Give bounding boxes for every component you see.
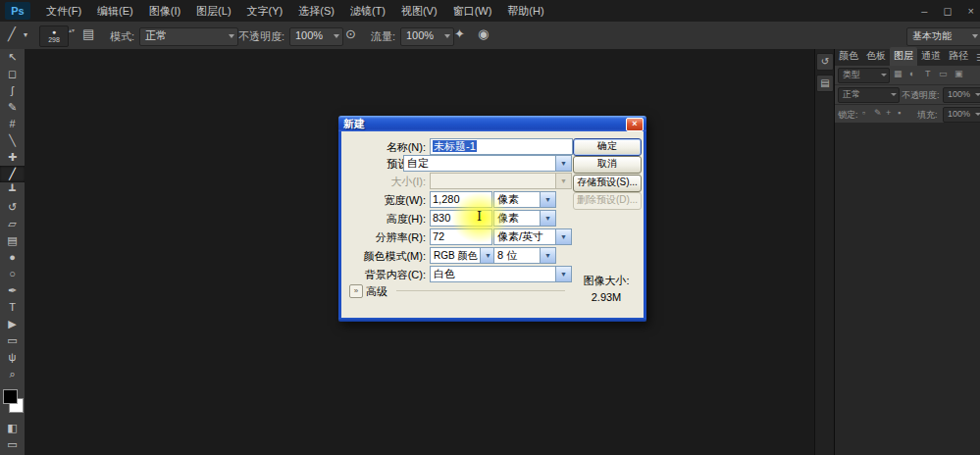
history-brush-icon: ↺ xyxy=(8,199,17,216)
lock-fill-row: 锁定: ▫ ✎ + ▪ 填充: 100% xyxy=(835,105,980,125)
layer-filter-select[interactable]: 类型 xyxy=(838,68,890,83)
ok-button[interactable]: 确定 xyxy=(573,138,642,156)
layers-blend-mode-select[interactable]: 正常 xyxy=(838,87,900,103)
chevron-down-icon[interactable]: ▾ xyxy=(24,30,27,39)
marquee-icon: ◻ xyxy=(8,66,17,82)
brush-panel-toggle-icon[interactable]: ▤ xyxy=(82,26,94,41)
properties-panel-button[interactable]: ▤ xyxy=(816,75,834,92)
cancel-button[interactable]: 取消 xyxy=(573,156,642,174)
color-mode-select[interactable]: RGB 颜色 ▼ xyxy=(430,247,496,264)
layers-list[interactable] xyxy=(835,123,980,455)
resolution-unit-select[interactable]: 像素/英寸 ▼ xyxy=(493,228,572,245)
height-unit-select[interactable]: 像素 ▼ xyxy=(493,210,556,227)
tool-crop[interactable]: # xyxy=(0,116,25,132)
tool-brush[interactable]: ╱ xyxy=(0,166,26,182)
brush-size-spinner[interactable]: ▴▾ xyxy=(69,26,75,35)
bit-depth-select[interactable]: 8 位 ▼ xyxy=(493,247,556,264)
history-panel-button[interactable]: ↺ xyxy=(816,53,834,71)
tool-zoom[interactable]: ⌕ xyxy=(0,366,25,382)
restore-button[interactable]: ◻ xyxy=(943,0,952,22)
tool-path-selection[interactable]: ▶ xyxy=(0,316,25,332)
filter-adjustment-layers-icon[interactable]: ◐ xyxy=(909,69,914,78)
opacity-select[interactable]: 100% xyxy=(289,27,343,46)
lock-all-icon[interactable]: ▪ xyxy=(898,108,901,118)
tool-hand[interactable]: ψ xyxy=(0,349,25,366)
menu-item-filter[interactable]: 滤镜(T) xyxy=(342,0,393,22)
brush-tool-icon[interactable]: ╱ xyxy=(8,26,16,41)
tool-clone-stamp[interactable]: ┻ xyxy=(0,182,25,199)
tool-lasso[interactable]: ʃ xyxy=(0,82,25,99)
menu-item-type[interactable]: 文字(Y) xyxy=(239,0,291,22)
minimize-button[interactable]: – xyxy=(921,0,927,22)
lock-pixels-icon[interactable]: ✎ xyxy=(874,108,882,118)
brush-preset-picker[interactable]: ● 298 xyxy=(39,25,69,47)
tool-shape[interactable]: ▭ xyxy=(0,332,25,349)
height-input[interactable]: 830 xyxy=(430,210,492,227)
width-unit-select[interactable]: 像素 ▼ xyxy=(493,191,556,208)
layers-opacity-select[interactable]: 100% xyxy=(943,87,980,103)
tool-eraser[interactable]: ▱ xyxy=(0,216,25,232)
tool-type[interactable]: T xyxy=(0,299,25,316)
filter-type-layers-icon[interactable]: T xyxy=(925,69,931,78)
tablet-pressure-opacity-icon[interactable]: ⊙ xyxy=(345,26,356,41)
menu-item-edit[interactable]: 编辑(E) xyxy=(89,0,141,22)
tool-gradient[interactable]: ▤ xyxy=(0,232,25,249)
tab-paths[interactable]: 路径 xyxy=(945,47,972,66)
background-contents-select[interactable]: 白色 ▼ xyxy=(430,266,572,282)
airbrush-icon[interactable]: ✦ xyxy=(454,26,465,41)
tab-swatches[interactable]: 色板 xyxy=(862,47,890,66)
workspace-switcher[interactable]: 基本功能 xyxy=(906,27,980,46)
screen-mode-button[interactable]: ▭ xyxy=(0,436,25,453)
menu-item-select[interactable]: 选择(S) xyxy=(290,0,342,22)
tool-quick-selection[interactable]: ✎ xyxy=(0,99,25,116)
tool-move[interactable]: ↖ xyxy=(0,49,25,66)
menu-item-window[interactable]: 窗口(W) xyxy=(445,0,500,22)
name-input[interactable]: 未标题-1 xyxy=(430,138,573,155)
quick-mask-button[interactable]: ◧ xyxy=(0,420,25,436)
save-preset-button[interactable]: 存储预设(S)... xyxy=(573,175,642,192)
lock-position-icon[interactable]: + xyxy=(886,108,891,118)
tool-blur[interactable]: ● xyxy=(0,249,25,266)
close-button[interactable]: × xyxy=(968,0,974,22)
width-input[interactable]: 1,280 xyxy=(430,191,492,208)
tool-history-brush[interactable]: ↺ xyxy=(0,199,25,216)
filter-shape-layers-icon[interactable]: ▭ xyxy=(939,69,948,78)
menu-item-view[interactable]: 视图(V) xyxy=(393,0,445,22)
tab-channels[interactable]: 通道 xyxy=(917,47,945,66)
tool-spot-healing[interactable]: ✚ xyxy=(0,149,25,166)
tool-dodge[interactable]: ○ xyxy=(0,266,25,282)
preset-value: 自定 xyxy=(407,157,429,169)
resolution-unit-value: 像素/英寸 xyxy=(497,230,543,242)
preset-select[interactable]: 自定 ▼ xyxy=(403,155,572,172)
photoshop-logo: Ps xyxy=(5,2,30,20)
tab-layers[interactable]: 图层 xyxy=(890,47,917,66)
blend-mode-select[interactable]: 正常 xyxy=(139,27,238,46)
tool-pen[interactable]: ✒ xyxy=(0,282,25,299)
lock-transparency-icon[interactable]: ▫ xyxy=(862,108,865,118)
dialog-title-bar[interactable]: 新建 × xyxy=(338,116,646,131)
menu-item-image[interactable]: 图像(I) xyxy=(141,0,188,22)
tool-eyedropper[interactable]: ╲ xyxy=(0,132,25,149)
path-selection-icon: ▶ xyxy=(8,316,16,332)
resolution-label: 分辨率(R): xyxy=(341,230,426,245)
tool-marquee[interactable]: ◻ xyxy=(0,66,25,82)
menu-item-help[interactable]: 帮助(H) xyxy=(499,0,551,22)
panel-menu-icon[interactable]: ☰ xyxy=(972,53,980,66)
dialog-close-button[interactable]: × xyxy=(626,118,644,131)
advanced-divider xyxy=(396,290,565,291)
menu-item-file[interactable]: 文件(F) xyxy=(38,0,89,22)
toolbox: ↖ ◻ ʃ ✎ # ╲ ✚ ╱ ┻ ↺ ▱ ▤ ● ○ ✒ T ▶ ▭ ψ ⌕ … xyxy=(0,49,26,455)
foreground-color-swatch[interactable] xyxy=(3,389,18,404)
shape-icon: ▭ xyxy=(7,332,17,349)
menu-item-layer[interactable]: 图层(L) xyxy=(188,0,238,22)
fill-select[interactable]: 100% xyxy=(943,107,980,123)
flow-select[interactable]: 100% xyxy=(400,27,454,46)
resolution-input[interactable]: 72 xyxy=(430,228,492,245)
dropdown-arrow-icon: ▼ xyxy=(540,192,555,207)
advanced-expand-button[interactable]: » xyxy=(349,284,363,298)
eyedropper-icon: ╲ xyxy=(9,132,16,149)
filter-smart-object-icon[interactable]: ▣ xyxy=(954,69,963,78)
tablet-pressure-size-icon[interactable]: ◉ xyxy=(478,26,489,41)
filter-pixel-layers-icon[interactable]: ▦ xyxy=(894,69,903,78)
tab-color[interactable]: 颜色 xyxy=(835,47,862,66)
